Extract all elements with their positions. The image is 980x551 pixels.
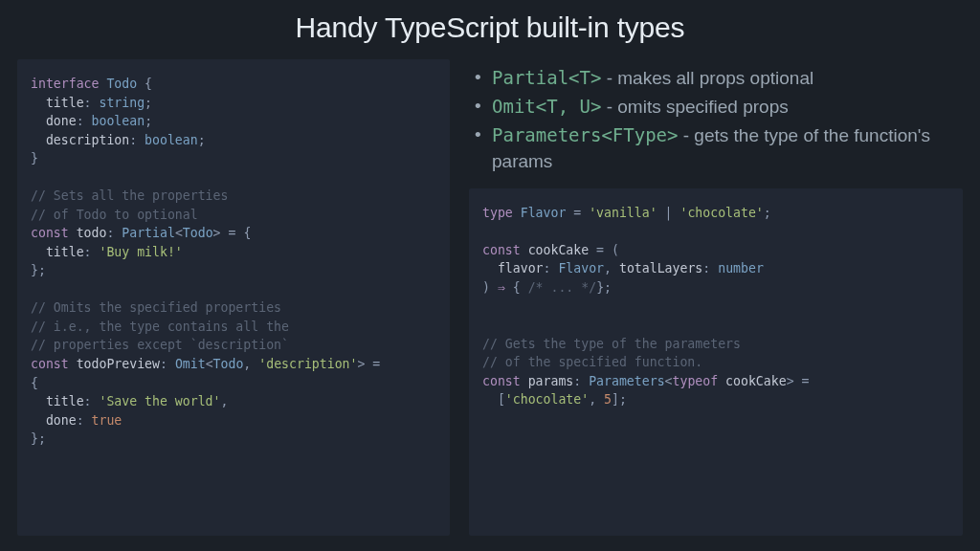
code-token: <: [206, 357, 213, 371]
code-comment: // i.e., the type contains all the: [31, 320, 289, 334]
code-token: ;: [198, 133, 206, 147]
bullet-code: Partial<T>: [492, 67, 601, 88]
code-panel-right: type Flavor = 'vanilla' | 'chocolate'; c…: [469, 188, 963, 536]
code-comment: // of Todo to optional: [31, 208, 198, 222]
bullet-desc: - makes all props optional: [601, 68, 813, 88]
code-token: [: [482, 392, 505, 407]
code-token: flavor: [482, 261, 544, 276]
code-token: cookCake: [521, 243, 589, 257]
bullet-desc: - omits specified props: [601, 97, 788, 117]
bullet-item: Parameters<FType> - gets the type of the…: [475, 122, 961, 175]
code-token: };: [596, 280, 612, 295]
code-token: number: [710, 261, 764, 276]
code-token: typeof: [673, 374, 719, 388]
code-comment: // Omits the specified properties: [31, 300, 281, 315]
code-token: todoPreview: [69, 357, 160, 371]
code-token: todo: [69, 226, 107, 240]
code-comment: // of the specified function.: [482, 355, 702, 369]
code-token: 'chocolate': [673, 206, 764, 220]
code-comment: // properties except `description`: [31, 338, 289, 352]
code-token: string: [92, 96, 145, 110]
code-token: Todo: [99, 77, 137, 91]
code-token: }: [31, 151, 38, 165]
code-token: =: [365, 357, 388, 371]
code-token: ,: [221, 394, 229, 408]
code-token: const: [31, 226, 69, 240]
code-token: params: [521, 374, 574, 388]
code-token: :: [77, 114, 84, 128]
code-token: const: [31, 357, 69, 371]
code-token: 'chocolate': [505, 392, 589, 407]
code-token: =: [794, 374, 810, 388]
code-token: >: [213, 226, 221, 240]
bullet-code: Parameters<FType>: [492, 124, 678, 145]
code-token: Todo: [213, 357, 244, 371]
code-token: Flavor: [550, 261, 604, 276]
code-token: title: [31, 394, 84, 408]
code-token: 'description': [251, 357, 357, 371]
bullet-item: Partial<T> - makes all props optional: [475, 65, 961, 92]
code-token: totalLayers: [612, 261, 702, 276]
code-token: <: [175, 226, 183, 240]
columns: interface Todo { title: string; done: bo…: [17, 59, 963, 536]
code-token: boolean: [137, 133, 198, 147]
code-panel-left: interface Todo { title: string; done: bo…: [17, 59, 450, 536]
code-token: {: [137, 77, 152, 91]
code-token: 5: [596, 392, 612, 407]
code-token: title: [31, 245, 84, 259]
code-token: ,: [604, 261, 612, 276]
code-token: :: [84, 394, 92, 408]
code-token: const: [482, 243, 521, 257]
code-token: =: [566, 206, 581, 220]
code-token: {: [505, 280, 521, 295]
code-token: <: [665, 374, 673, 388]
code-token: Partial: [114, 226, 175, 240]
code-token: done: [31, 413, 77, 428]
code-token: {: [31, 376, 38, 390]
code-token: = {: [221, 226, 252, 240]
bullet-list: Partial<T> - makes all props optional Om…: [469, 59, 963, 177]
code-token: interface: [31, 77, 99, 91]
code-token: :: [129, 133, 137, 147]
code-token: cookCake: [718, 374, 786, 388]
code-token: Flavor: [513, 206, 567, 220]
code-token: boolean: [84, 114, 145, 128]
code-token: :: [77, 413, 84, 428]
code-token: 'Buy milk!': [92, 245, 183, 259]
code-token: };: [31, 431, 46, 446]
code-token: true: [84, 413, 122, 428]
code-token: :: [84, 245, 92, 259]
bullet-item: Omit<T, U> - omits specified props: [475, 94, 961, 121]
code-token: /* ... */: [521, 280, 596, 295]
code-token: ;: [145, 114, 152, 128]
code-token: |: [657, 206, 673, 220]
code-token: Todo: [183, 226, 213, 240]
code-token: :: [160, 357, 167, 371]
code-token: 'vanilla': [581, 206, 657, 220]
code-token: Parameters: [581, 374, 664, 388]
code-token: type: [482, 206, 513, 220]
code-token: Omit: [167, 357, 206, 371]
bullet-code: Omit<T, U>: [492, 96, 601, 117]
code-comment: // Gets the type of the parameters: [482, 337, 741, 351]
code-token: done: [31, 114, 77, 128]
code-token: ;: [145, 96, 152, 110]
page-title: Handy TypeScript built-in types: [17, 11, 963, 44]
code-token: };: [31, 263, 46, 277]
code-token: :: [84, 96, 92, 110]
left-column: interface Todo { title: string; done: bo…: [17, 59, 450, 536]
code-token: ⇒: [498, 280, 505, 295]
code-token: ): [482, 280, 498, 295]
slide: Handy TypeScript built-in types interfac…: [0, 0, 980, 551]
code-token: ];: [612, 392, 627, 407]
code-token: const: [482, 374, 521, 388]
code-token: ,: [589, 392, 596, 407]
code-token: >: [787, 374, 794, 388]
code-token: title: [31, 96, 84, 110]
code-token: = (: [589, 243, 619, 257]
code-token: 'Save the world': [92, 394, 221, 408]
code-comment: // Sets all the properties: [31, 188, 228, 203]
code-token: ;: [764, 206, 771, 220]
right-column: Partial<T> - makes all props optional Om…: [469, 59, 963, 536]
code-token: description: [31, 133, 129, 147]
